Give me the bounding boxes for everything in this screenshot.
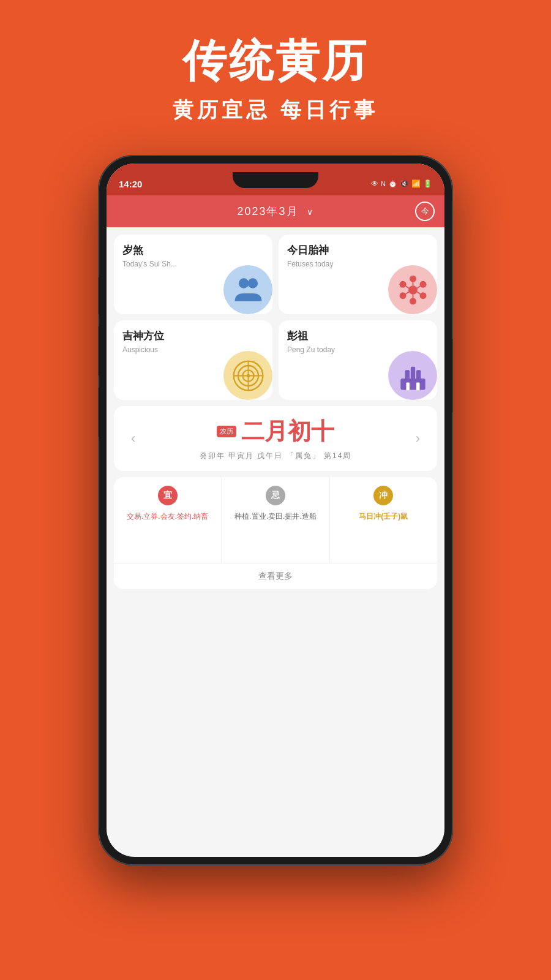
svg-line-11: [405, 286, 409, 288]
svg-rect-25: [406, 382, 410, 390]
svg-rect-23: [410, 367, 414, 380]
alarm-icon: ⏰: [388, 179, 397, 188]
jishen-title: 吉神方位: [122, 329, 264, 343]
ji-column: 忌 种植.置业.卖田.掘井.造船: [222, 477, 329, 563]
factory-icon: [388, 351, 437, 400]
nfc-icon: N: [381, 180, 386, 187]
yiji-card: 宜 交易.立券.会友.签约.纳畜 忌 种植.置业.卖田.掘井.造船: [114, 477, 437, 589]
yi-column: 宜 交易.立券.会友.签约.纳畜: [114, 477, 222, 563]
fetuses-card[interactable]: 今日胎神 Fetuses today: [279, 235, 437, 314]
view-more-button[interactable]: 查看更多: [114, 563, 437, 589]
svg-line-14: [416, 292, 420, 294]
svg-point-6: [419, 281, 426, 288]
power-button[interactable]: [452, 339, 453, 412]
lunar-date-center: 农历 二月初十 癸卯年 甲寅月 戊午日 「属兔」 第14周: [140, 416, 410, 461]
svg-point-7: [399, 292, 406, 299]
suishen-card[interactable]: 岁煞 Today's Sui Sh...: [114, 235, 272, 314]
app-header: 2023年3月 ∨ 今: [107, 195, 444, 227]
battery-icon: 🔋: [423, 179, 432, 188]
svg-line-12: [416, 286, 420, 288]
prev-day-button[interactable]: ‹: [126, 431, 140, 447]
page-header: 传统黄历 黄历宜忌 每日行事: [173, 0, 378, 143]
suishen-title: 岁煞: [122, 243, 264, 257]
eye-icon: 👁: [371, 179, 378, 188]
lunar-date-card: ‹ 农历 二月初十 癸卯年 甲寅月 戊午日 「属兔」 第14周 ›: [114, 406, 437, 471]
page-title: 传统黄历: [173, 37, 378, 85]
svg-point-8: [419, 292, 426, 299]
svg-point-5: [399, 281, 406, 288]
svg-rect-24: [416, 370, 421, 380]
ji-text: 种植.置业.卖田.掘井.造船: [234, 510, 316, 522]
svg-rect-26: [416, 382, 420, 390]
yi-text: 交易.立券.会友.签约.纳畜: [127, 510, 208, 522]
svg-point-2: [408, 285, 418, 295]
svg-point-1: [247, 278, 258, 288]
wifi-icon: 📶: [411, 179, 421, 188]
chong-column: 冲 马日冲(壬子)鼠: [330, 477, 437, 563]
pengzu-card[interactable]: 彭祖 Peng Zu today: [279, 320, 437, 400]
svg-line-13: [405, 292, 409, 294]
volume-up-button[interactable]: [98, 277, 99, 314]
month-year-title[interactable]: 2023年3月 ∨: [237, 204, 313, 219]
svg-point-3: [410, 275, 416, 282]
people-icon: [223, 265, 272, 314]
svg-point-0: [238, 278, 249, 288]
pengzu-title: 彭祖: [287, 329, 429, 343]
phone-frame: 14:20 👁 N ⏰ 🔇 📶 🔋 2023年3月 ∨ 今: [98, 155, 453, 865]
info-cards-grid: 岁煞 Today's Sui Sh... 今日胎神: [114, 235, 437, 400]
phone-screen: 14:20 👁 N ⏰ 🔇 📶 🔋 2023年3月 ∨ 今: [107, 164, 444, 857]
silent-icon: 🔇: [400, 179, 409, 188]
svg-rect-22: [405, 370, 409, 380]
chong-badge: 冲: [373, 486, 393, 505]
fetuses-title: 今日胎神: [287, 243, 429, 257]
yi-badge: 宜: [158, 486, 178, 505]
chong-text: 马日冲(壬子)鼠: [359, 510, 408, 522]
status-icons: 👁 N ⏰ 🔇 📶 🔋: [371, 179, 432, 188]
lunar-date-main: 二月初十: [241, 416, 334, 447]
volume-down-button[interactable]: [98, 326, 99, 375]
svg-point-4: [410, 298, 416, 304]
camera-notch: [233, 172, 318, 188]
ji-badge: 忌: [266, 486, 285, 505]
silent-button[interactable]: [98, 388, 99, 437]
jishen-card[interactable]: 吉神方位 Auspicious: [114, 320, 272, 400]
chevron-down-icon: ∨: [307, 207, 314, 217]
page-subtitle: 黄历宜忌 每日行事: [173, 96, 378, 124]
yiji-row: 宜 交易.立券.会友.签约.纳畜 忌 种植.置业.卖田.掘井.造船: [114, 477, 437, 563]
lunar-detail: 癸卯年 甲寅月 戊午日 「属兔」 第14周: [140, 451, 410, 461]
app-content: 岁煞 Today's Sui Sh... 今日胎神: [107, 227, 444, 597]
next-day-button[interactable]: ›: [411, 431, 425, 447]
lunar-tag: 农历: [217, 426, 236, 437]
radar-icon: [223, 351, 272, 400]
today-button[interactable]: 今: [415, 202, 435, 221]
molecule-icon: [388, 265, 437, 314]
status-time: 14:20: [119, 179, 142, 189]
